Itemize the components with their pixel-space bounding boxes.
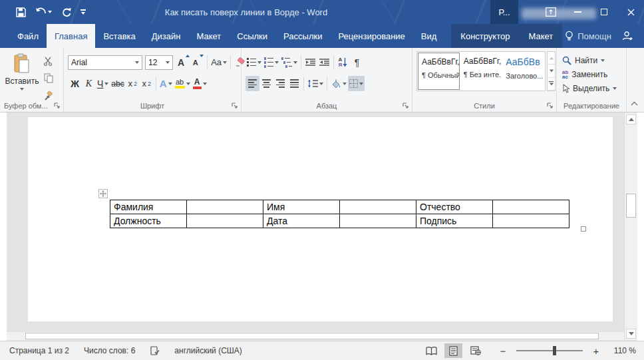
font-color-button[interactable]: А [192,76,208,91]
underline-dropdown-icon[interactable] [104,83,108,85]
tab-table-layout[interactable]: Макет [519,24,562,48]
table-cell[interactable] [340,214,416,228]
table-cell[interactable]: Дата [263,214,340,228]
increase-indent-button[interactable] [317,55,331,70]
redo-button[interactable] [61,7,71,17]
numbering-button[interactable] [263,55,280,70]
tab-table-design[interactable]: Конструктор [451,24,519,48]
line-spacing-button[interactable] [306,76,325,91]
horizontal-scrollbar-thumb[interactable] [25,333,599,339]
italic-button[interactable]: К [82,76,96,91]
text-effects-button[interactable]: А [158,76,174,91]
vertical-scrollbar[interactable] [624,113,637,340]
styles-dialog-launcher[interactable] [547,102,554,109]
justify-button[interactable] [287,76,301,91]
vertical-scrollbar-thumb[interactable] [626,194,636,218]
find-dropdown-icon[interactable] [601,59,605,62]
tab-mailings[interactable]: Рассылки [275,24,330,48]
shading-button[interactable] [329,76,348,91]
tell-me-assistant[interactable]: Помощн [562,31,614,42]
maximize-button[interactable] [591,0,617,24]
decrease-indent-button[interactable] [303,55,317,70]
minimize-button[interactable] [564,0,591,24]
select-dropdown-icon[interactable] [613,87,617,90]
close-button[interactable] [617,0,644,24]
print-layout-button[interactable] [444,343,462,358]
align-left-button[interactable] [245,76,259,91]
web-layout-button[interactable] [466,343,484,358]
zoom-out-button[interactable]: − [499,345,507,357]
underline-button[interactable]: Ч [96,76,110,91]
find-button[interactable]: Найти [557,53,626,67]
scroll-up-button[interactable] [626,114,636,124]
zoom-slider[interactable] [516,350,583,351]
share-button[interactable] [618,24,638,48]
table-cell[interactable] [493,200,569,214]
font-color-dropdown-icon[interactable] [203,83,207,85]
table-cell[interactable] [187,214,263,228]
table-cell[interactable]: Подпись [416,214,493,228]
style-card-heading1[interactable]: АаБбВв Заголово... [502,53,544,90]
styles-more-button[interactable] [548,78,555,90]
borders-button[interactable] [348,76,365,91]
strikethrough-button[interactable]: abc [110,76,125,91]
select-button[interactable]: Выделить [557,81,626,95]
page-indicator[interactable]: Страница 1 из 2 [9,346,69,355]
zoom-in-button[interactable]: + [592,345,600,357]
clipboard-dialog-launcher[interactable] [54,102,61,109]
table-cell[interactable]: Должность [110,214,187,228]
show-paragraph-marks-button[interactable]: ¶ [350,55,364,70]
zoom-level[interactable]: 110 % [611,346,636,355]
align-right-button[interactable] [273,76,287,91]
style-card-normal[interactable]: АаБбВвГг, ¶ Обычный [418,53,460,90]
collapse-ribbon-button[interactable] [631,101,637,108]
tab-file[interactable]: Файл [9,24,47,48]
proofing-icon[interactable] [150,346,160,356]
tab-insert[interactable]: Вставка [95,24,143,48]
paste-button[interactable]: Вставить [5,53,39,97]
bullets-button[interactable] [245,55,263,70]
style-card-no-spacing[interactable]: АаБбВвГг, ¶ Без инте... [460,53,502,90]
table-cell[interactable]: Отчество [416,200,493,214]
document-page[interactable]: Фамилия Имя Отчество Должность Дата Подп… [28,117,613,321]
horizontal-scrollbar[interactable] [7,331,624,340]
paragraph-dialog-launcher[interactable] [402,102,409,109]
table-cell[interactable] [340,200,416,214]
highlight-dropdown-icon[interactable] [186,83,190,85]
tab-home[interactable]: Главная [47,24,95,48]
font-size-combobox[interactable]: 12 [145,55,173,70]
table-resize-handle[interactable] [581,226,586,232]
tab-view[interactable]: Вид [413,24,445,48]
word-count[interactable]: Число слов: 6 [84,346,135,355]
tab-design[interactable]: Дизайн [144,24,189,48]
customize-qat-button[interactable] [80,9,86,15]
tab-references[interactable]: Ссылки [229,24,275,48]
table-cell[interactable]: Фамилия [110,200,187,214]
grow-font-button[interactable]: А [176,55,191,70]
table-cell[interactable]: Имя [263,200,340,214]
read-mode-button[interactable] [422,343,440,358]
superscript-button[interactable]: x2 [140,76,154,91]
table-cell[interactable] [187,200,263,214]
replace-button[interactable]: abac Заменить [557,67,626,81]
tab-review[interactable]: Рецензирование [330,24,412,48]
bold-button[interactable]: Ж [68,76,82,91]
styles-scroll-down-button[interactable] [548,65,555,77]
subscript-button[interactable]: x2 [126,76,140,91]
copy-button[interactable] [41,71,55,86]
save-button[interactable] [16,7,26,17]
sort-button[interactable]: АЯ [336,55,350,70]
font-dialog-launcher[interactable] [232,102,238,109]
paste-dropdown-arrow-icon[interactable] [20,88,24,90]
styles-scroll-up-button[interactable] [548,52,555,65]
scroll-down-button[interactable] [626,329,636,339]
highlight-button[interactable]: ab [174,76,192,91]
undo-dropdown-arrow-icon[interactable] [48,11,52,13]
change-case-button[interactable]: Aa [210,55,228,70]
text-effects-dropdown-icon[interactable] [168,83,172,85]
cut-button[interactable] [41,53,55,69]
format-painter-button[interactable] [41,88,55,103]
font-family-combobox[interactable]: Arial [68,55,142,70]
language-indicator[interactable]: английский (США) [174,346,242,355]
table-move-handle[interactable] [98,189,108,198]
